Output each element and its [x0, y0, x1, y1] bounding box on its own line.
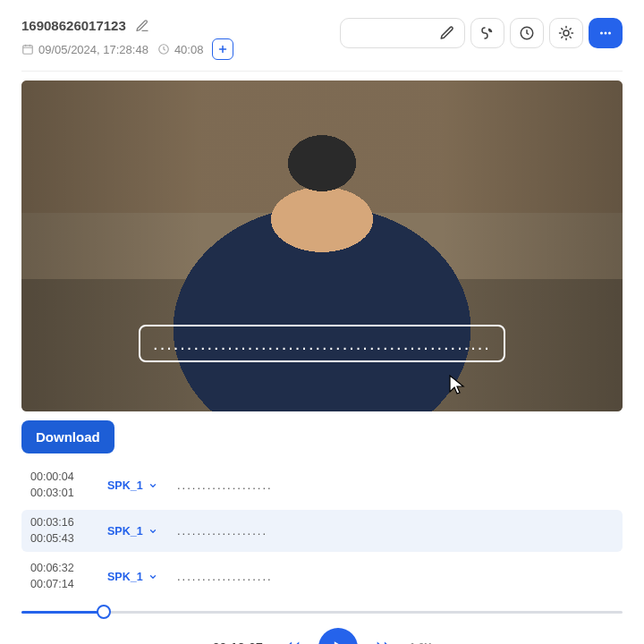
seek-thumb[interactable] — [97, 605, 111, 619]
sun-icon — [558, 25, 574, 41]
speaker-select[interactable]: SPK_1 — [107, 525, 161, 538]
add-button[interactable] — [212, 38, 233, 60]
date-meta: 09/05/2024, 17:28:48 — [21, 43, 148, 56]
note-input[interactable] — [340, 18, 465, 48]
clock-icon — [157, 43, 170, 55]
rewind-button[interactable] — [283, 638, 302, 644]
speaker-label: SPK_1 — [107, 525, 143, 538]
speaker-label: SPK_1 — [107, 571, 143, 583]
segment-start: 00:00:04 — [30, 470, 91, 486]
duration-meta: 40:08 — [157, 43, 204, 56]
segment-times: 00:00:0400:03:01 — [30, 470, 91, 501]
seek-progress — [21, 611, 99, 614]
svg-point-4 — [600, 32, 603, 35]
segment-text: .................. — [177, 524, 267, 538]
segment-text: ................... — [177, 479, 273, 492]
history-button[interactable] — [510, 18, 544, 48]
plus-icon — [217, 44, 228, 55]
video-player[interactable]: ........................................… — [21, 80, 623, 411]
transcript-segment[interactable]: 00:06:3200:07:14SPK_1................... — [21, 555, 623, 597]
chevron-down-icon — [148, 572, 157, 581]
forward-button[interactable] — [374, 638, 394, 644]
seek-track — [21, 611, 623, 614]
cursor-icon — [448, 374, 466, 395]
document-id: 16908626017123 — [21, 18, 126, 33]
segment-text: ................... — [177, 570, 273, 583]
speaker-rate-button[interactable] — [470, 18, 504, 48]
segment-times: 00:06:3200:07:14 — [30, 561, 91, 592]
calendar-icon — [21, 43, 34, 55]
seek-bar[interactable] — [21, 603, 623, 621]
svg-rect-0 — [23, 46, 33, 54]
segment-times: 00:03:1600:05:43 — [30, 515, 91, 547]
svg-point-5 — [605, 32, 607, 35]
speaker-select[interactable]: SPK_1 — [107, 479, 161, 492]
clock-icon — [519, 25, 535, 41]
svg-point-3 — [564, 30, 569, 36]
transcript-list: 00:00:0400:03:01SPK_1...................… — [21, 464, 623, 597]
svg-point-6 — [608, 32, 611, 35]
more-menu-button[interactable] — [589, 18, 623, 48]
pencil-icon — [439, 25, 455, 41]
current-time: 00:12:67 — [213, 640, 263, 644]
waveform-icon — [479, 25, 496, 41]
more-horizontal-icon — [597, 25, 614, 41]
transcript-segment[interactable]: 00:00:0400:03:01SPK_1................... — [21, 464, 623, 506]
segment-end: 00:05:43 — [30, 531, 91, 547]
edit-title-icon[interactable] — [135, 19, 149, 33]
rewind-icon — [283, 638, 302, 644]
play-icon — [329, 639, 347, 644]
theme-button[interactable] — [549, 18, 583, 48]
segment-end: 00:07:14 — [30, 577, 91, 593]
chevron-down-icon — [148, 527, 157, 536]
play-button[interactable] — [318, 628, 358, 644]
caption-placeholder: ........................................… — [153, 334, 491, 354]
download-button[interactable]: Download — [21, 420, 114, 453]
duration-text: 40:08 — [174, 43, 204, 56]
speaker-select[interactable]: SPK_1 — [107, 571, 161, 583]
forward-icon — [374, 638, 394, 644]
transcript-segment[interactable]: 00:03:1600:05:43SPK_1.................. — [21, 510, 623, 552]
segment-start: 00:06:32 — [30, 561, 91, 577]
chevron-down-icon — [148, 481, 157, 490]
segment-end: 00:03:01 — [30, 486, 91, 502]
speaker-label: SPK_1 — [107, 479, 143, 492]
date-text: 09/05/2024, 17:28:48 — [38, 43, 148, 56]
segment-start: 00:03:16 — [30, 515, 91, 531]
caption-input[interactable]: ........................................… — [139, 325, 505, 362]
